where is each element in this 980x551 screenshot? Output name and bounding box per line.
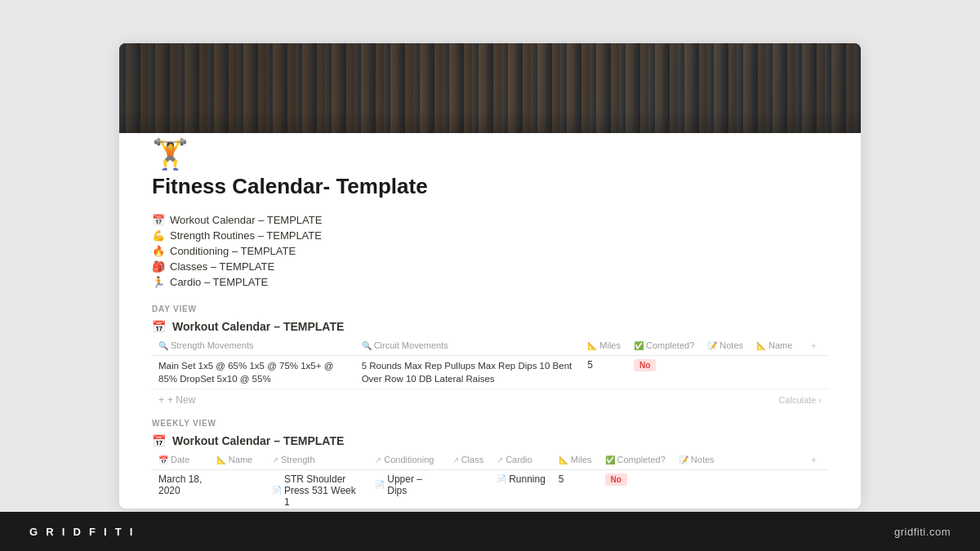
cover-image [119, 43, 861, 133]
cell-miles[interactable]: 5 [581, 355, 627, 389]
wcell-cardio-1[interactable]: 📄Running [490, 469, 552, 508]
add-column-btn[interactable]: + [799, 336, 828, 356]
backpack-icon: 🎒 [152, 260, 165, 273]
day-view-db-icon: 📅 [152, 320, 166, 333]
runner-icon: 🏃 [152, 276, 165, 288]
col-circuit-movements[interactable]: 🔍Circuit Movements [355, 336, 581, 356]
wcell-conditioning-1[interactable]: 📄Upper – Dips [368, 469, 445, 508]
wcell-strength-1[interactable]: 📄STR Shoulder Press 531 Week 1 [265, 469, 368, 508]
link-item-workout[interactable]: 📅 Workout Calendar – TEMPLATE [152, 212, 828, 228]
wcol-notes[interactable]: 📝Notes [672, 451, 800, 470]
wcol-cardio[interactable]: ↗Cardio [490, 451, 552, 470]
notion-card: 🏋️ Fitness Calendar- Template 📅 Workout … [119, 43, 861, 509]
links-section: 📅 Workout Calendar – TEMPLATE 💪 Strength… [119, 212, 861, 301]
wcol-conditioning[interactable]: ↗Conditioning [368, 451, 445, 470]
cell-notes[interactable] [701, 355, 750, 389]
footer-brand-left: G R I D F I T I [29, 526, 136, 538]
cell-circuit[interactable]: 5 Rounds Max Rep Pullups Max Rep Dips 10… [355, 355, 581, 389]
page-icon: 🏋️ [119, 133, 861, 169]
wcol-strength[interactable]: ↗Strength [265, 451, 368, 470]
wcol-date[interactable]: 📅Date [152, 451, 210, 470]
link-item-classes[interactable]: 🎒 Classes – TEMPLATE [152, 259, 828, 274]
day-view-label: DAY VIEW [119, 301, 861, 317]
col-strength-movements[interactable]: 🔍Strength Movements [152, 336, 355, 356]
cell-completed[interactable]: No [627, 355, 701, 389]
wcell-miles-1[interactable]: 5 [552, 469, 599, 508]
day-view-table-container: 🔍Strength Movements 🔍Circuit Movements 📐… [119, 336, 861, 411]
link-item-cardio[interactable]: 🏃 Cardio – TEMPLATE [152, 274, 828, 290]
wcell-notes-1[interactable] [672, 469, 800, 508]
page-title: Fitness Calendar- Template [119, 169, 861, 212]
weekly-view-table: 📅Date 📐Name ↗Strength ↗Conditioning ↗Cla… [152, 451, 828, 509]
col-name[interactable]: 📐Name [750, 336, 799, 356]
new-row-button[interactable]: + + New [152, 391, 202, 409]
weekly-table-row-1: March 18, 2020 📄STR Shoulder Press 531 W… [152, 469, 828, 508]
wcell-name-1[interactable] [210, 469, 265, 508]
muscle-icon: 💪 [152, 229, 165, 242]
weekly-section: WEEKLY VIEW 📅 Workout Calendar – TEMPLAT… [119, 415, 861, 509]
calendar-icon: 📅 [152, 214, 165, 226]
day-view-db-header: 📅 Workout Calendar – TEMPLATE [119, 317, 861, 336]
weekly-view-table-container: 📅Date 📐Name ↗Strength ↗Conditioning ↗Cla… [119, 451, 861, 509]
footer-brand-right: gridfiti.com [894, 526, 951, 538]
link-item-conditioning[interactable]: 🔥 Conditioning – TEMPLATE [152, 243, 828, 259]
col-completed[interactable]: ✅Completed? [627, 336, 701, 356]
col-miles[interactable]: 📐Miles [581, 336, 627, 356]
calculate-button[interactable]: Calculate › [772, 393, 828, 407]
wcol-name[interactable]: 📐Name [210, 451, 265, 470]
wcell-completed-1[interactable]: No [599, 469, 672, 508]
page-wrapper: 🏋️ Fitness Calendar- Template 📅 Workout … [0, 0, 980, 551]
wcell-date-1[interactable]: March 18, 2020 [152, 469, 210, 508]
fire-icon: 🔥 [152, 245, 165, 257]
wcol-completed[interactable]: ✅Completed? [599, 451, 672, 470]
col-notes[interactable]: 📝Notes [701, 336, 750, 356]
day-view-table: 🔍Strength Movements 🔍Circuit Movements 📐… [152, 336, 828, 389]
cell-strength[interactable]: Main Set 1x5 @ 65% 1x5 @ 75% 1x5+ @ 85% … [152, 355, 355, 389]
wcol-miles[interactable]: 📐Miles [552, 451, 599, 470]
link-item-strength[interactable]: 💪 Strength Routines – TEMPLATE [152, 228, 828, 243]
weekly-view-db-icon: 📅 [152, 434, 166, 447]
weekly-view-label: WEEKLY VIEW [119, 415, 861, 431]
footer-bar: G R I D F I T I gridfiti.com [0, 512, 980, 551]
table-row: Main Set 1x5 @ 65% 1x5 @ 75% 1x5+ @ 85% … [152, 355, 828, 389]
wcol-class[interactable]: ↗Class [446, 451, 491, 470]
weekly-view-db-header: 📅 Workout Calendar – TEMPLATE [119, 431, 861, 451]
cell-name[interactable] [750, 355, 799, 389]
add-weekly-col-btn[interactable]: + [799, 451, 828, 470]
wcell-class-1[interactable] [446, 469, 491, 508]
